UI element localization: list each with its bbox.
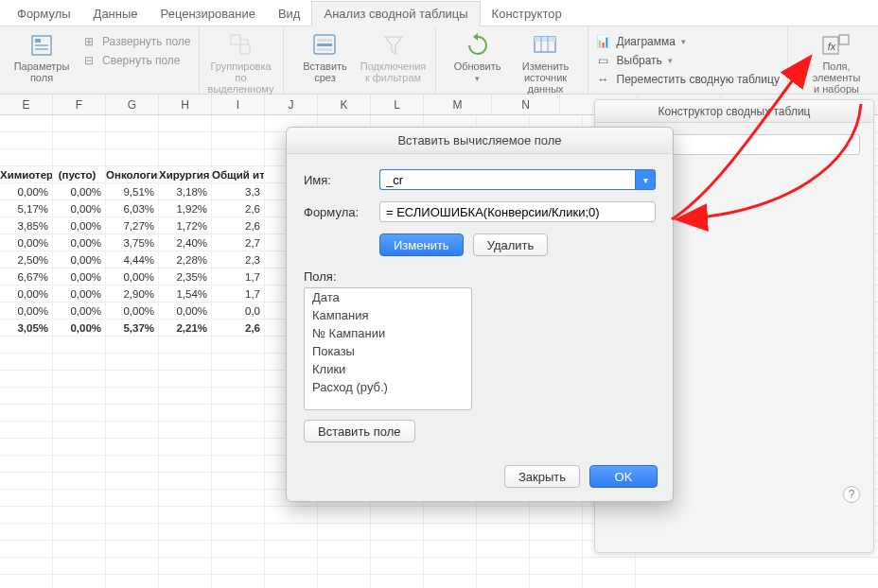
insert-field-button[interactable]: Вставить поле (304, 420, 415, 442)
change-button[interactable]: Изменить (379, 233, 464, 256)
cell[interactable]: Общий итог (212, 166, 265, 182)
cell[interactable] (53, 558, 106, 574)
cell[interactable] (159, 541, 212, 557)
formula-input[interactable] (379, 201, 656, 222)
cell[interactable]: 2,50% (0, 251, 53, 268)
list-item[interactable]: Клики (305, 360, 471, 378)
cell[interactable]: 1,92% (159, 200, 212, 216)
collapse-field[interactable]: ⊟Свернуть поле (81, 53, 191, 68)
cell[interactable] (0, 405, 53, 421)
cell[interactable]: 0,0 (212, 303, 265, 319)
cell[interactable] (212, 132, 265, 148)
cell[interactable] (212, 149, 265, 165)
cell[interactable]: 9,51% (106, 183, 159, 199)
cell[interactable] (53, 149, 106, 165)
cell[interactable] (106, 490, 159, 506)
cell[interactable]: 2,3 (212, 251, 265, 268)
cell[interactable] (53, 507, 106, 523)
cell[interactable] (0, 422, 53, 438)
cell[interactable]: 0,00% (53, 183, 106, 199)
cell[interactable] (159, 558, 212, 574)
cell[interactable] (212, 541, 265, 557)
col-h[interactable]: G (106, 95, 159, 114)
cell[interactable] (106, 575, 159, 588)
cell[interactable] (212, 115, 265, 131)
cell[interactable] (106, 149, 159, 165)
cell[interactable]: 1,7 (212, 285, 265, 302)
cell[interactable]: 0,00% (106, 268, 159, 285)
expand-field[interactable]: ⊞Развернуть поле (81, 34, 191, 49)
cell[interactable]: 2,40% (159, 234, 212, 251)
cell[interactable] (212, 337, 265, 353)
cell[interactable]: 0,00% (53, 268, 106, 285)
cell[interactable] (212, 558, 265, 574)
close-button[interactable]: Закрыть (504, 465, 580, 488)
cell[interactable] (0, 507, 53, 523)
tab-design[interactable]: Конструктор (481, 2, 573, 26)
cell[interactable] (53, 490, 106, 506)
cell[interactable]: 4,44% (106, 251, 159, 268)
cell[interactable]: 0,00% (53, 234, 106, 251)
filter-connections-button[interactable]: Подключения к фильтрам (360, 30, 428, 83)
cell[interactable] (159, 337, 212, 353)
cell[interactable] (0, 558, 53, 574)
col-h[interactable]: E (0, 95, 53, 114)
ok-button[interactable]: OK (589, 465, 658, 488)
col-h[interactable]: L (371, 95, 424, 114)
cell[interactable] (159, 507, 212, 523)
cell[interactable] (159, 439, 212, 455)
select-button[interactable]: ▭Выбрать (596, 53, 780, 68)
cell[interactable] (0, 115, 53, 131)
cell[interactable] (106, 456, 159, 472)
cell[interactable]: 1,7 (212, 268, 265, 285)
list-item[interactable]: Расход (руб.) (305, 378, 471, 396)
cell[interactable] (212, 405, 265, 421)
cell[interactable]: Онкология (106, 166, 159, 182)
list-item[interactable]: Показы (305, 342, 471, 360)
cell[interactable] (159, 405, 212, 421)
cell[interactable]: 0,00% (0, 285, 53, 302)
cell[interactable] (53, 473, 106, 489)
cell[interactable] (159, 575, 212, 588)
cell[interactable] (106, 337, 159, 353)
cell[interactable] (212, 456, 265, 472)
cell[interactable] (53, 115, 106, 131)
cell[interactable]: 3,3 (212, 183, 265, 199)
table-row[interactable] (0, 558, 878, 575)
cell[interactable]: 0,00% (0, 234, 53, 251)
cell[interactable] (106, 115, 159, 131)
refresh-button[interactable]: Обновить (444, 30, 512, 83)
cell[interactable] (53, 337, 106, 353)
cell[interactable] (0, 371, 53, 387)
cell[interactable]: 2,21% (159, 320, 212, 336)
cell[interactable]: 6,67% (0, 268, 53, 285)
cell[interactable] (0, 132, 53, 148)
field-params-button[interactable]: Параметры поля (8, 30, 76, 83)
cell[interactable] (0, 149, 53, 165)
cell[interactable]: 2,6 (212, 200, 265, 216)
cell[interactable] (53, 422, 106, 438)
cell[interactable] (159, 388, 212, 404)
cell[interactable] (0, 575, 53, 588)
cell[interactable] (53, 405, 106, 421)
list-item[interactable]: Дата (305, 288, 471, 306)
fields-listbox[interactable]: ДатаКампания№ КампанииПоказыКликиРасход … (304, 287, 472, 410)
tab-review[interactable]: Рецензирование (149, 2, 267, 26)
col-h[interactable]: I (212, 95, 265, 114)
cell[interactable] (106, 354, 159, 370)
cell[interactable]: 1,54% (159, 285, 212, 302)
cell[interactable]: 2,90% (106, 285, 159, 302)
table-row[interactable] (0, 575, 878, 588)
cell[interactable] (0, 524, 53, 540)
cell[interactable]: 0,00% (53, 285, 106, 302)
cell[interactable] (106, 371, 159, 387)
cell[interactable] (0, 388, 53, 404)
name-dropdown-button[interactable]: ▾ (635, 169, 656, 190)
col-h[interactable]: J (265, 95, 318, 114)
cell[interactable] (159, 354, 212, 370)
cell[interactable] (212, 371, 265, 387)
cell[interactable] (0, 354, 53, 370)
tab-view[interactable]: Вид (267, 2, 312, 26)
cell[interactable]: 3,85% (0, 217, 53, 233)
cell[interactable]: Химиотерапия (0, 166, 53, 182)
